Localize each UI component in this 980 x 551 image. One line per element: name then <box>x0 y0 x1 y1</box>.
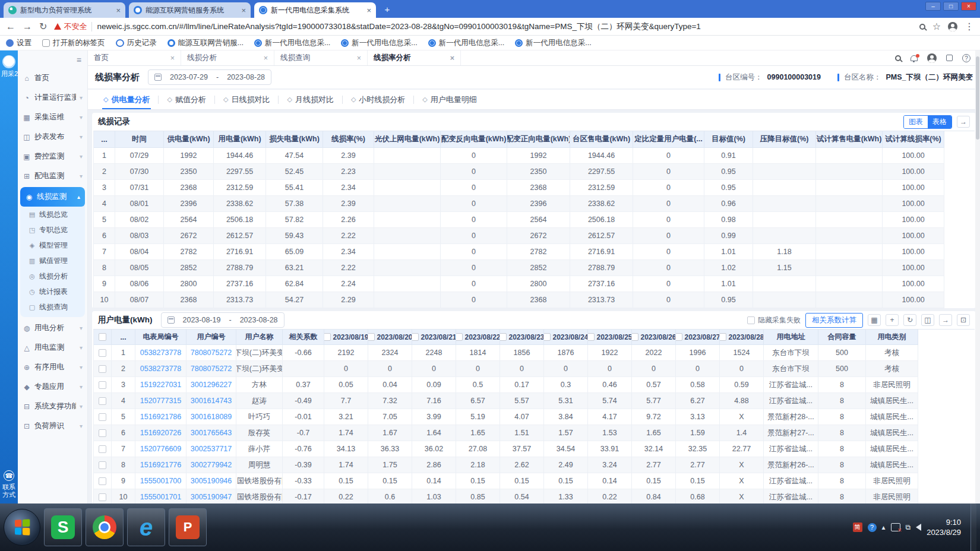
meter-no-link[interactable]: 1520776609 <box>135 441 186 457</box>
date-checkbox[interactable] <box>500 333 507 341</box>
bell-icon[interactable] <box>911 55 918 61</box>
user-date-range-picker[interactable]: 2023-08-19 - 2023-08-28 <box>161 312 284 328</box>
subtab-monthly-loss[interactable]: ◇月线损对比 <box>279 90 342 109</box>
close-tab-icon[interactable]: × <box>241 6 246 15</box>
taskbar-app-ppt[interactable]: P <box>169 508 207 546</box>
bookmark-collection-2[interactable]: 新一代用电信息采... <box>341 38 417 48</box>
browser-tab-3-active[interactable]: 新一代用电信息采集系统 × <box>254 2 376 18</box>
date-checkbox[interactable] <box>544 333 551 341</box>
sidebar-subitem-loss-analysis[interactable]: ◎线损分析 <box>20 268 85 284</box>
date-checkbox[interactable] <box>588 333 595 341</box>
table-row[interactable]: 8 1516921776 3002779942 周明慧 -0.39 1.74 1… <box>94 457 975 473</box>
sidebar-subitem-model-mgmt[interactable]: ◈模型管理 <box>20 238 85 253</box>
row-checkbox[interactable] <box>99 445 106 453</box>
table-row[interactable]: 2 0538273778 7808075272 下坝(二)环美变 0 0 0 0… <box>94 361 975 377</box>
user-no-link[interactable]: 3001618089 <box>186 409 236 425</box>
row-checkbox[interactable] <box>99 477 106 485</box>
save-icon[interactable]: ◫ <box>921 314 934 326</box>
zoom-icon[interactable] <box>919 24 925 30</box>
meter-no-link[interactable]: 1519227031 <box>135 377 186 393</box>
date-checkbox[interactable] <box>632 333 638 341</box>
correlation-calc-button[interactable]: 相关系数计算 <box>805 313 863 328</box>
table-row[interactable]: 3 1519227031 3001296227 方林 0.37 0.05 0.0… <box>94 377 975 393</box>
table-row[interactable]: 1 0538273778 7808075272 下坝(二)环美变 -0.66 2… <box>94 345 975 361</box>
network-error-icon[interactable] <box>891 523 900 531</box>
sidebar-item-lineloss-active[interactable]: ◉线损监测▴ <box>20 187 85 207</box>
row-checkbox[interactable] <box>99 413 106 421</box>
start-button[interactable] <box>4 509 40 546</box>
back-icon[interactable]: ← <box>6 22 15 31</box>
bookmark-settings[interactable]: 设置 <box>6 38 31 48</box>
subtab-supply-analysis[interactable]: ◇供电量分析 <box>95 90 158 109</box>
sidebar-subitem-duty-overview[interactable]: ◳专职总览 <box>20 222 85 238</box>
checkbox-icon[interactable] <box>747 316 755 324</box>
sidebar-item-special-app[interactable]: ◆专题应用▾ <box>18 377 87 397</box>
row-checkbox[interactable] <box>99 493 106 501</box>
hide-failed-checkbox-row[interactable]: 隐藏采集失败 <box>747 315 801 325</box>
speaker-icon[interactable] <box>916 524 921 531</box>
forward-icon[interactable]: → <box>23 22 32 31</box>
sidebar-item-load-identify[interactable]: ⊡负荷辨识▾ <box>18 416 87 436</box>
browser-menu-icon[interactable]: ⋮ <box>965 22 974 31</box>
taskbar-clock[interactable]: 9:10 2023/8/29 <box>927 517 967 537</box>
contact-widget[interactable]: ☎ 联系 方式 <box>0 470 18 499</box>
row-checkbox[interactable] <box>99 349 106 357</box>
close-icon[interactable]: × <box>450 54 454 62</box>
bookmark-history[interactable]: 历史记录 <box>116 38 157 48</box>
sidebar-item-usage-analysis[interactable]: ◍用电分析▾ <box>18 318 87 338</box>
subtab-daily-loss[interactable]: ◇日线损对比 <box>215 90 278 109</box>
table-row[interactable]: 2 07/30 2350 2297.55 52.45 2.23 0 2350 2… <box>94 164 975 180</box>
fullscreen-icon[interactable]: ⊡ <box>957 314 970 326</box>
meter-no-link[interactable]: 1516921786 <box>135 409 186 425</box>
select-all-checkbox[interactable] <box>99 333 106 341</box>
table-toggle-button[interactable]: 表格 <box>928 116 951 128</box>
search-icon[interactable] <box>895 55 901 61</box>
row-checkbox[interactable] <box>99 365 106 373</box>
sidebar-item-fee[interactable]: ▣费控监测▾ <box>18 147 87 166</box>
meter-no-link[interactable]: 0538273778 <box>135 361 186 377</box>
user-no-link[interactable]: 3005190947 <box>186 489 236 504</box>
collapse-sidebar-icon[interactable]: ≡ <box>18 54 87 68</box>
url-text[interactable]: neweic.js.sgcc.com.cn/#/llm/line/LineRat… <box>97 21 700 32</box>
main-date-range-picker[interactable]: 2023-07-29 - 2023-08-28 <box>148 69 271 85</box>
user-no-link[interactable]: 7808075272 <box>186 361 236 377</box>
bookmark-collection-4[interactable]: 新一代用电信息采... <box>515 38 591 48</box>
tab-loss-analysis[interactable]: 线损分析× <box>181 50 274 65</box>
stamp-tray-icon[interactable]: 简 <box>853 522 862 532</box>
export-icon[interactable]: → <box>957 116 970 128</box>
sidebar-item-collection[interactable]: ▦采集运维▾ <box>18 107 87 127</box>
user-no-link[interactable]: 3002779942 <box>186 457 236 473</box>
vertical-scrollbar[interactable] <box>975 50 980 504</box>
profile-icon[interactable] <box>948 22 957 31</box>
export-icon[interactable]: → <box>939 314 952 326</box>
row-checkbox[interactable] <box>99 461 106 469</box>
close-window-button[interactable]: × <box>961 2 976 11</box>
date-checkbox[interactable] <box>456 333 463 341</box>
user-no-link[interactable]: 3001765643 <box>186 425 236 441</box>
sidebar-item-metering[interactable]: ◔计量运行监测▾ <box>18 88 87 107</box>
sidebar-item-reading[interactable]: ◫抄表发布▾ <box>18 127 87 147</box>
close-tab-icon[interactable]: × <box>366 6 371 15</box>
table-row[interactable]: 3 07/31 2368 2312.59 55.41 2.34 0 2368 2… <box>94 180 975 196</box>
maximize-button[interactable]: □ <box>943 2 959 11</box>
taskbar-app-s[interactable]: S <box>44 508 82 546</box>
meter-no-link[interactable]: 0538273778 <box>135 345 186 361</box>
sidebar-subitem-loss-query[interactable]: ▢线损查询 <box>20 299 85 315</box>
table-row[interactable]: 5 08/02 2564 2506.18 57.82 2.26 0 2564 2… <box>94 212 975 228</box>
table-row[interactable]: 7 1520776609 3002537717 薛小芹 -0.76 34.13 … <box>94 441 975 457</box>
browser-tab-1[interactable]: 新型电力负荷管理系统 × <box>4 2 125 18</box>
table-row[interactable]: 6 08/03 2672 2612.57 59.43 2.22 0 2672 2… <box>94 228 975 244</box>
browser-tab-2[interactable]: 能源互联网营销服务系统 × <box>129 2 251 18</box>
meter-no-link[interactable]: 1516920726 <box>135 425 186 441</box>
scrollbar-thumb[interactable] <box>976 56 979 140</box>
user-no-link[interactable]: 3001296227 <box>186 377 236 393</box>
subtab-user-energy-detail[interactable]: ◇用户电量明细 <box>414 90 485 109</box>
subtab-hourly-loss[interactable]: ◇小时线损分析 <box>343 90 413 109</box>
meter-no-link[interactable]: 1555001701 <box>135 489 186 504</box>
table-row[interactable]: 8 08/05 2852 2788.79 63.21 2.22 0 2852 2… <box>94 260 975 276</box>
user-no-link[interactable]: 3005190946 <box>186 473 236 489</box>
table-row[interactable]: 6 1516920726 3001765643 殷存英 -0.7 1.74 1.… <box>94 425 975 441</box>
user-no-link[interactable]: 3001614743 <box>186 393 236 409</box>
bookmark-newtab[interactable]: 打开新的标签页 <box>42 38 105 48</box>
user-no-link[interactable]: 7808075272 <box>186 345 236 361</box>
